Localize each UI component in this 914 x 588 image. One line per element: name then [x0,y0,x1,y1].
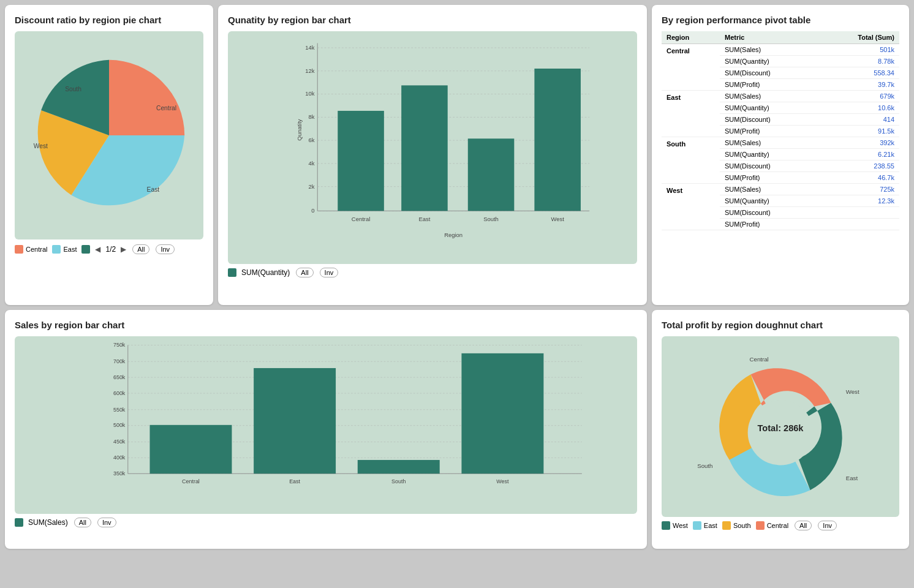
qty-bar-chart-title: Qunatity by region bar chart [228,15,637,25]
pivot-row: WestSUM(Sales)725k [662,184,899,195]
qty-x-label-west: West [551,216,565,222]
pie-btn-all[interactable]: All [132,244,149,254]
doughnut-chart-title: Total profit by region doughnut chart [662,320,899,330]
pivot-metric-cell: SUM(Profit) [720,219,818,230]
sales-tick-450k: 450k [113,439,126,445]
pie-legend-central: Central [15,245,47,254]
pivot-value-cell [818,219,899,230]
qty-legend-dot [228,268,236,277]
sales-x-label-west: West [496,478,509,484]
pivot-row: SouthSUM(Sales)392k [662,137,899,149]
qty-bar-svg: 0 2k 4k 6k 8k 10k 12k 14k Central [259,37,631,246]
sales-bar-chart-title: Sales by region bar chart [15,320,637,330]
sales-btn-inv[interactable]: Inv [97,518,116,527]
pivot-metric-cell: SUM(Discount) [720,67,818,79]
pie-label-south: South [65,86,81,92]
pivot-table-wrap[interactable]: Region Metric Total (Sum) CentralSUM(Sal… [662,31,899,230]
qty-tick-12k: 12k [305,67,314,74]
sales-bar-chart-card: Sales by region bar chart 350k 400k 450k… [5,310,647,549]
pie-segment-central [109,60,184,135]
pie-nav-prev[interactable]: ◀ [95,245,100,254]
pie-legend-east: East [52,245,77,254]
sales-bar-south [358,460,440,473]
doughnut-chart-area: Total: 286k West East South Central [662,336,899,517]
pivot-region-cell: Central [662,44,720,91]
pie-chart-area: Central East West South [15,31,203,239]
qty-legend-label: SUM(Quantity) [241,268,290,277]
sales-tick-650k: 650k [113,374,126,380]
pivot-metric-cell: SUM(Profit) [720,126,818,137]
pie-legend-label-central: Central [26,246,47,253]
pivot-table-card: By region performance pivot table Region… [652,5,909,305]
qty-bar-south [468,138,515,211]
qty-tick-0: 0 [311,207,314,214]
pie-nav-page: 1/2 [105,245,116,254]
pivot-value-cell: 10.6k [818,102,899,114]
pie-btn-inv[interactable]: Inv [156,244,175,254]
pivot-value-cell: 392k [818,137,899,149]
doughnut-chart-card: Total profit by region doughnut chart To… [652,310,909,549]
sales-chart-legend: SUM(Sales) All Inv [15,518,637,527]
pivot-value-cell: 558.34 [818,67,899,79]
pie-legend-west [81,245,90,254]
qty-x-axis-label: Region [444,232,463,238]
pivot-value-cell: 8.78k [818,56,899,67]
doughnut-dot-east [693,521,701,530]
sales-tick-600k: 600k [113,390,126,396]
pivot-value-cell [818,207,899,219]
pie-chart-card: Discount ratio by region pie chart Centr… [5,5,213,305]
pivot-value-cell: 501k [818,44,899,56]
qty-bar-central [338,111,384,211]
pivot-metric-cell: SUM(Discount) [720,160,818,172]
pivot-region-cell: West [662,184,720,230]
sales-bar-west [461,353,543,473]
pivot-metric-cell: SUM(Quantity) [720,149,818,160]
pivot-metric-cell: SUM(Profit) [720,172,818,184]
pivot-metric-cell: SUM(Discount) [720,114,818,126]
qty-btn-inv[interactable]: Inv [320,268,339,277]
pivot-region-cell: East [662,91,720,137]
sales-bar-svg: 350k 400k 450k 500k 550k 600k 650k [51,342,631,496]
doughnut-legend-east: East [693,521,717,530]
pie-label-east: East [147,186,160,193]
doughnut-dot-central [756,521,765,530]
pivot-metric-cell: SUM(Quantity) [720,195,818,207]
doughnut-label-central-text: Central [767,522,788,529]
doughnut-label-south-text: South [733,522,751,529]
sales-bar-east [254,368,336,473]
sales-tick-400k: 400k [113,454,126,461]
pivot-value-cell: 6.21k [818,149,899,160]
sales-btn-all[interactable]: All [74,518,91,527]
qty-x-label-south: South [483,216,499,222]
dashboard: Discount ratio by region pie chart Centr… [0,0,914,554]
pie-legend-dot-east [52,245,61,254]
doughnut-btn-inv[interactable]: Inv [818,521,837,530]
doughnut-legend-south: South [722,521,751,530]
doughnut-svg: Total: 286k West East South Central [662,336,899,517]
pie-chart-title: Discount ratio by region pie chart [15,15,203,25]
pivot-value-cell: 679k [818,91,899,102]
doughnut-chart-legend: West East South Central All Inv [662,521,899,530]
pie-legend-dot-west [81,245,90,254]
doughnut-legend-west: West [662,521,688,530]
pivot-table-header-row: Region Metric Total (Sum) [662,31,899,44]
qty-btn-all[interactable]: All [296,268,313,277]
doughnut-btn-all[interactable]: All [795,521,812,530]
sales-x-label-east: East [289,478,300,484]
sales-bar-central [150,425,232,473]
pie-legend-label-east: East [63,246,77,253]
doughnut-center-label: Total: 286k [758,423,804,433]
doughnut-legend-central: Central [756,521,788,530]
doughnut-dot-west [662,521,670,530]
qty-tick-14k: 14k [305,44,314,51]
pivot-table-title: By region performance pivot table [662,15,899,25]
doughnut-label-central: Central [750,356,769,363]
pivot-metric-cell: SUM(Sales) [720,91,818,102]
sales-chart-area: 350k 400k 450k 500k 550k 600k 650k [15,336,637,514]
doughnut-label-south: South [697,462,712,469]
pie-nav-next[interactable]: ▶ [121,245,126,254]
qty-tick-6k: 6k [309,137,315,143]
qty-bar-chart-card: Qunatity by region bar chart 0 2k 4k 6k … [218,5,647,305]
pivot-value-cell: 725k [818,184,899,195]
qty-tick-4k: 4k [309,160,315,167]
